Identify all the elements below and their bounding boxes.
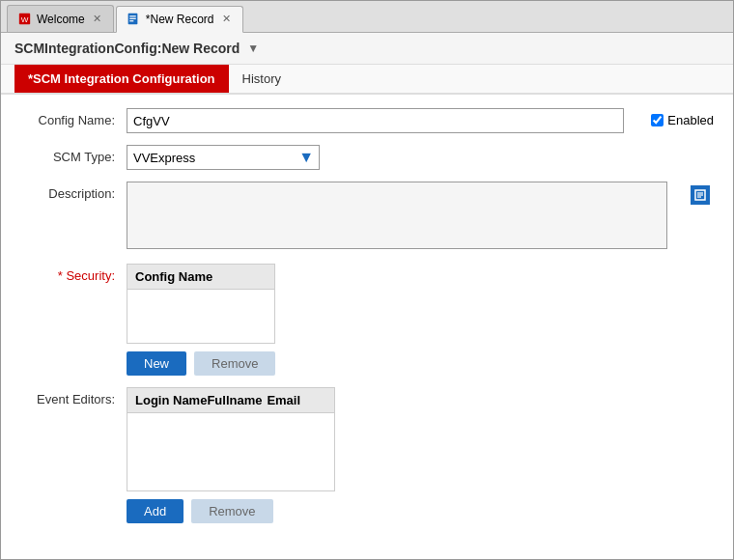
- event-table-body: [127, 413, 334, 490]
- scm-type-row: SCM Type: ▼: [20, 145, 714, 170]
- event-editors-control: Login Name Fullname Email Add Remove: [127, 387, 714, 523]
- scm-type-wrapper: ▼: [127, 145, 320, 170]
- security-row: Security: Config Name New Remove: [20, 264, 714, 376]
- event-col-fullname: Fullname: [207, 393, 267, 407]
- svg-rect-4: [130, 18, 137, 19]
- event-button-row: Add Remove: [127, 499, 335, 523]
- tab-bar: W Welcome ✕ *New Record ✕: [1, 1, 733, 33]
- scm-type-control: ▼: [127, 145, 714, 170]
- tab-scm-integration[interactable]: *SCM Integration Configuration: [14, 65, 229, 93]
- tab-new-record-label: *New Record: [146, 13, 214, 26]
- tab-welcome[interactable]: W Welcome ✕: [7, 5, 114, 32]
- document-icon: [127, 13, 140, 26]
- security-label: Security:: [20, 264, 127, 283]
- event-table-container: Login Name Fullname Email: [127, 387, 335, 491]
- tab-welcome-label: Welcome: [37, 13, 85, 26]
- security-table-container: Config Name: [127, 264, 275, 344]
- description-tool-icon[interactable]: [691, 185, 710, 205]
- event-table-header-row: Login Name Fullname Email: [127, 388, 334, 413]
- config-name-input[interactable]: [127, 108, 624, 133]
- security-table-body: [127, 290, 274, 343]
- event-add-button[interactable]: Add: [127, 499, 184, 523]
- description-label: Description:: [20, 182, 127, 201]
- config-name-row: Config Name: Enabled: [20, 108, 714, 133]
- form-body: Config Name: Enabled SCM Type: ▼: [1, 95, 733, 559]
- record-title: SCMIntegrationConfig:New Record: [14, 41, 240, 56]
- sub-tabs: *SCM Integration Configuration History: [1, 65, 733, 95]
- security-control: Config Name New Remove: [127, 264, 714, 376]
- event-editors-row: Event Editors: Login Name Fullname Email: [20, 387, 714, 523]
- svg-text:W: W: [20, 15, 28, 24]
- event-col-email: Email: [267, 393, 326, 407]
- scm-type-input[interactable]: [127, 145, 320, 170]
- record-dropdown-arrow[interactable]: ▼: [247, 42, 259, 55]
- event-col-login: Login Name: [135, 393, 207, 407]
- tab-history[interactable]: History: [229, 65, 295, 93]
- enabled-label: Enabled: [667, 113, 714, 127]
- security-table-section: Config Name New Remove: [127, 264, 275, 376]
- tab-new-record-close[interactable]: ✕: [220, 13, 233, 25]
- home-icon: W: [17, 13, 31, 26]
- description-row: Description:: [20, 182, 714, 252]
- description-textarea[interactable]: [127, 182, 667, 249]
- security-table-header: Config Name: [127, 265, 274, 290]
- config-name-control: Enabled: [127, 108, 714, 133]
- event-remove-button[interactable]: Remove: [191, 499, 272, 523]
- config-name-label: Config Name:: [20, 108, 127, 127]
- svg-rect-5: [130, 20, 134, 21]
- tab-welcome-close[interactable]: ✕: [91, 13, 103, 25]
- tab-new-record[interactable]: *New Record ✕: [116, 6, 243, 33]
- security-new-button[interactable]: New: [127, 351, 186, 376]
- security-button-row: New Remove: [127, 351, 275, 376]
- event-editors-label: Event Editors:: [20, 387, 127, 406]
- description-textarea-wrapper: [127, 182, 714, 252]
- main-window: W Welcome ✕ *New Record ✕ SCMIntegration…: [0, 0, 734, 560]
- description-control: [127, 182, 714, 252]
- content-area: SCMIntegrationConfig:New Record ▼ *SCM I…: [1, 33, 733, 559]
- record-header: SCMIntegrationConfig:New Record ▼: [1, 33, 733, 65]
- svg-rect-3: [130, 15, 137, 16]
- scm-type-label: SCM Type:: [20, 145, 127, 164]
- enabled-checkbox[interactable]: [651, 114, 663, 126]
- security-remove-button[interactable]: Remove: [194, 351, 275, 376]
- event-table-section: Login Name Fullname Email Add Remove: [127, 387, 335, 523]
- enabled-area: Enabled: [651, 108, 714, 127]
